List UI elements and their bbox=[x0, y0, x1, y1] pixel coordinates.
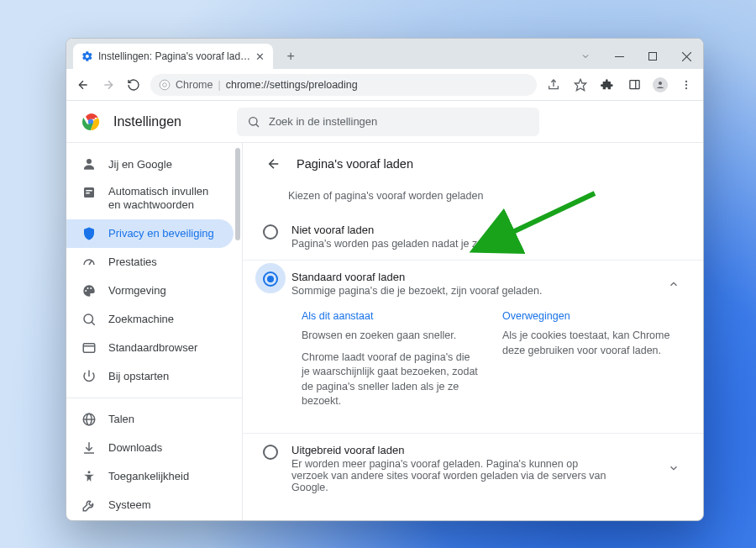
sidebar-item-label: Jij en Google bbox=[108, 158, 172, 171]
option-desc: Sommige pagina's die je bezoekt, zijn vo… bbox=[291, 285, 542, 297]
window-controls bbox=[569, 44, 703, 69]
option-standard-preload[interactable]: Standaard vooraf laden Sommige pagina's … bbox=[243, 260, 703, 307]
toolbar: Chrome | chrome://settings/preloading bbox=[66, 69, 703, 101]
option-extended-preload[interactable]: Uitgebreid vooraf laden Er worden meer p… bbox=[243, 433, 703, 503]
settings-header: Instellingen Zoek in de instellingen bbox=[66, 101, 703, 143]
sidebar-item-privacy[interactable]: Privacy en beveiliging bbox=[66, 219, 234, 248]
option-details: Als dit aanstaat Browsen en zoeken gaan … bbox=[302, 307, 680, 428]
back-arrow-button[interactable] bbox=[266, 156, 281, 171]
svg-point-14 bbox=[685, 87, 687, 88]
forward-button[interactable] bbox=[100, 76, 117, 93]
person-icon bbox=[81, 156, 97, 171]
gear-icon bbox=[81, 50, 93, 62]
search-icon bbox=[247, 115, 260, 129]
details-text: Browsen en zoeken gaan sneller. bbox=[302, 329, 479, 344]
svg-marker-8 bbox=[575, 79, 585, 90]
svg-point-11 bbox=[659, 82, 662, 85]
option-title: Niet vooraf laden bbox=[291, 224, 515, 236]
scrollbar-thumb[interactable] bbox=[235, 148, 240, 240]
settings-search[interactable]: Zoek in de instellingen bbox=[237, 108, 539, 136]
svg-rect-21 bbox=[86, 192, 90, 194]
back-button[interactable] bbox=[75, 76, 92, 93]
sidebar-item-search-engine[interactable]: Zoekmachine bbox=[66, 305, 234, 334]
sidebar-divider bbox=[66, 398, 242, 398]
sidebar-item-on-startup[interactable]: Bij opstarten bbox=[66, 362, 234, 391]
palette-icon bbox=[81, 283, 97, 298]
option-no-preload[interactable]: Niet vooraf laden Pagina's worden pas ge… bbox=[243, 213, 703, 260]
svg-line-22 bbox=[89, 261, 92, 265]
browser-tab[interactable]: Instellingen: Pagina's vooraf lad… ✕ bbox=[73, 44, 273, 69]
svg-point-13 bbox=[685, 83, 687, 85]
svg-rect-28 bbox=[83, 343, 95, 352]
collapse-button[interactable] bbox=[663, 273, 685, 295]
sidebar-item-languages[interactable]: Talen bbox=[66, 405, 234, 434]
svg-rect-20 bbox=[86, 190, 92, 192]
svg-rect-1 bbox=[649, 53, 657, 61]
chevron-up-icon bbox=[668, 278, 680, 290]
svg-point-25 bbox=[90, 287, 92, 289]
minimize-button[interactable] bbox=[602, 44, 636, 69]
browser-icon bbox=[81, 340, 97, 356]
sidebar-item-reset[interactable]: Instellingen resetten bbox=[66, 519, 234, 521]
details-heading: Als dit aanstaat bbox=[302, 310, 479, 322]
chrome-logo-icon bbox=[81, 113, 100, 131]
svg-point-16 bbox=[249, 117, 257, 124]
new-tab-button[interactable]: + bbox=[280, 45, 302, 67]
close-tab-icon[interactable]: ✕ bbox=[255, 50, 265, 63]
maximize-button[interactable] bbox=[636, 44, 669, 69]
svg-point-35 bbox=[88, 471, 91, 473]
sidebar-item-accessibility[interactable]: Toegankelijkheid bbox=[66, 462, 234, 491]
svg-point-24 bbox=[87, 287, 89, 289]
option-desc: Er worden meer pagina's vooraf geladen. … bbox=[291, 458, 611, 493]
tab-title: Instellingen: Pagina's vooraf lad… bbox=[98, 50, 250, 62]
accessibility-icon bbox=[81, 469, 97, 484]
tab-strip: Instellingen: Pagina's vooraf lad… ✕ + bbox=[66, 39, 703, 69]
bookmark-icon[interactable] bbox=[572, 76, 589, 93]
radio-button[interactable] bbox=[263, 224, 278, 240]
sidebar-item-autofill[interactable]: Automatisch invullen en wachtwoorden bbox=[66, 178, 234, 219]
download-icon bbox=[81, 440, 97, 456]
settings-content: Pagina's vooraf laden Kiezen of pagina's… bbox=[243, 143, 703, 520]
sidebar-item-system[interactable]: Systeem bbox=[66, 491, 234, 519]
svg-point-26 bbox=[84, 314, 93, 324]
shield-icon bbox=[81, 226, 97, 241]
chrome-page-icon bbox=[159, 79, 171, 91]
page-header: Pagina's vooraf laden bbox=[243, 156, 703, 183]
chevron-down-icon[interactable] bbox=[569, 44, 602, 69]
page-intro: Kiezen of pagina's vooraf worden geladen bbox=[243, 183, 703, 213]
radio-button[interactable] bbox=[263, 445, 278, 460]
sidebar-item-label: Standaardbrowser bbox=[108, 341, 197, 354]
globe-icon bbox=[81, 412, 97, 427]
share-icon[interactable] bbox=[545, 76, 562, 93]
kebab-menu-icon[interactable] bbox=[678, 76, 695, 93]
details-heading: Overwegingen bbox=[502, 310, 680, 322]
radio-button[interactable] bbox=[263, 271, 278, 287]
svg-rect-9 bbox=[629, 81, 638, 89]
reload-button[interactable] bbox=[125, 76, 142, 93]
details-text: Chrome laadt vooraf de pagina's die je w… bbox=[302, 350, 479, 409]
sidebar-item-label: Downloads bbox=[108, 441, 162, 454]
autofill-icon bbox=[81, 185, 97, 200]
search-placeholder: Zoek in de instellingen bbox=[269, 115, 377, 128]
expand-button[interactable] bbox=[663, 457, 685, 479]
url-bar[interactable]: Chrome | chrome://settings/preloading bbox=[150, 74, 537, 96]
close-window-button[interactable] bbox=[669, 44, 703, 69]
sidebar-item-performance[interactable]: Prestaties bbox=[66, 248, 234, 277]
wrench-icon bbox=[81, 498, 97, 513]
svg-line-27 bbox=[92, 322, 95, 325]
app-title: Instellingen bbox=[113, 114, 181, 129]
sidebar-item-default-browser[interactable]: Standaardbrowser bbox=[66, 334, 234, 362]
profile-avatar[interactable] bbox=[653, 77, 668, 92]
extensions-icon[interactable] bbox=[599, 76, 616, 93]
side-panel-icon[interactable] bbox=[626, 76, 643, 93]
url-path: chrome://settings/preloading bbox=[226, 79, 358, 91]
sidebar-item-label: Bij opstarten bbox=[108, 370, 169, 382]
sidebar-item-downloads[interactable]: Downloads bbox=[66, 434, 234, 462]
sidebar-item-label: Zoekmachine bbox=[108, 313, 174, 325]
sidebar-item-appearance[interactable]: Vormgeving bbox=[66, 277, 234, 305]
option-title: Standaard vooraf laden bbox=[291, 271, 542, 283]
option-desc: Pagina's worden pas geladen nadat je ze … bbox=[291, 238, 515, 250]
sidebar-item-label: Toegankelijkheid bbox=[108, 470, 189, 482]
svg-point-12 bbox=[685, 80, 687, 82]
sidebar-item-you-and-google[interactable]: Jij en Google bbox=[66, 150, 234, 178]
